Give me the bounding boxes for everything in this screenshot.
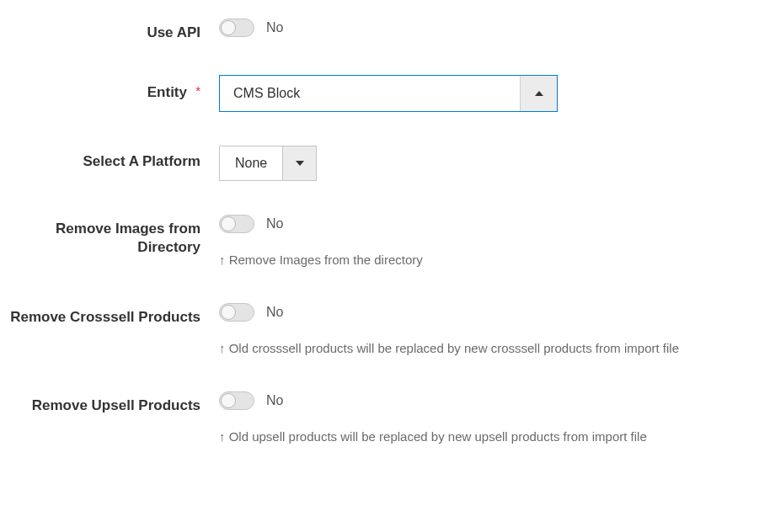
entity-select-value[interactable]: CMS Block — [220, 76, 520, 111]
entity-select-toggle[interactable] — [520, 76, 557, 111]
use-api-toggle-track[interactable] — [219, 19, 254, 37]
remove-upsell-toggle[interactable]: No — [219, 391, 283, 410]
remove-images-toggle-value: No — [266, 216, 283, 231]
ctrl-col-use-api: No — [219, 17, 759, 40]
remove-images-toggle-knob — [221, 216, 236, 231]
entity-label: Entity — [147, 83, 187, 101]
row-use-api: Use API No — [0, 17, 759, 41]
use-api-label: Use API — [147, 24, 200, 41]
use-api-toggle-knob — [221, 20, 236, 35]
label-col-remove-crosssell: Remove Crosssell Products — [0, 301, 219, 326]
remove-images-hint: ↑ Remove Images from the directory — [219, 251, 716, 269]
label-col-remove-images: Remove Images from Directory — [0, 213, 219, 256]
row-remove-images: Remove Images from Directory No ↑ Remove… — [0, 213, 759, 269]
remove-upsell-hint: ↑ Old upsell products will be replaced b… — [219, 428, 716, 446]
use-api-toggle[interactable]: No — [219, 19, 283, 37]
row-platform: Select A Platform None — [0, 144, 759, 181]
platform-select-value[interactable]: None — [220, 146, 282, 180]
entity-select[interactable]: CMS Block — [219, 75, 558, 112]
row-remove-upsell: Remove Upsell Products No ↑ Old upsell p… — [0, 390, 759, 446]
row-entity: Entity * CMS Block — [0, 73, 759, 112]
remove-crosssell-label: Remove Crosssell Products — [10, 308, 200, 326]
remove-crosssell-toggle[interactable]: No — [219, 303, 283, 322]
remove-crosssell-toggle-value: No — [266, 305, 283, 320]
chevron-down-icon — [296, 161, 304, 166]
chevron-up-icon — [535, 91, 543, 96]
remove-crosssell-toggle-knob — [221, 305, 236, 320]
platform-label: Select A Platform — [83, 152, 200, 170]
ctrl-col-entity: CMS Block — [219, 73, 759, 112]
entity-required-asterisk: * — [195, 83, 200, 98]
use-api-toggle-value: No — [266, 20, 283, 35]
label-col-remove-upsell: Remove Upsell Products — [0, 390, 219, 414]
ctrl-col-platform: None — [219, 144, 759, 181]
remove-upsell-label: Remove Upsell Products — [32, 396, 200, 414]
label-col-platform: Select A Platform — [0, 144, 219, 170]
remove-images-label: Remove Images from Directory — [0, 220, 200, 256]
ctrl-col-remove-upsell: No ↑ Old upsell products will be replace… — [219, 390, 759, 446]
remove-images-toggle-track[interactable] — [219, 215, 254, 233]
ctrl-col-remove-images: No ↑ Remove Images from the directory — [219, 213, 759, 269]
remove-upsell-toggle-track[interactable] — [219, 391, 254, 410]
remove-images-toggle[interactable]: No — [219, 215, 283, 233]
ctrl-col-remove-crosssell: No ↑ Old crosssell products will be repl… — [219, 301, 759, 358]
form-area: Use API No Entity * CMS Block — [0, 0, 759, 471]
remove-upsell-toggle-value: No — [266, 393, 283, 408]
remove-crosssell-hint: ↑ Old crosssell products will be replace… — [219, 339, 716, 358]
row-remove-crosssell: Remove Crosssell Products No ↑ Old cross… — [0, 301, 759, 358]
label-col-use-api: Use API — [0, 17, 219, 41]
label-col-entity: Entity * — [0, 73, 219, 101]
platform-select-toggle[interactable] — [282, 146, 316, 180]
platform-select[interactable]: None — [219, 146, 317, 181]
remove-crosssell-toggle-track[interactable] — [219, 303, 254, 322]
remove-upsell-toggle-knob — [221, 393, 236, 408]
